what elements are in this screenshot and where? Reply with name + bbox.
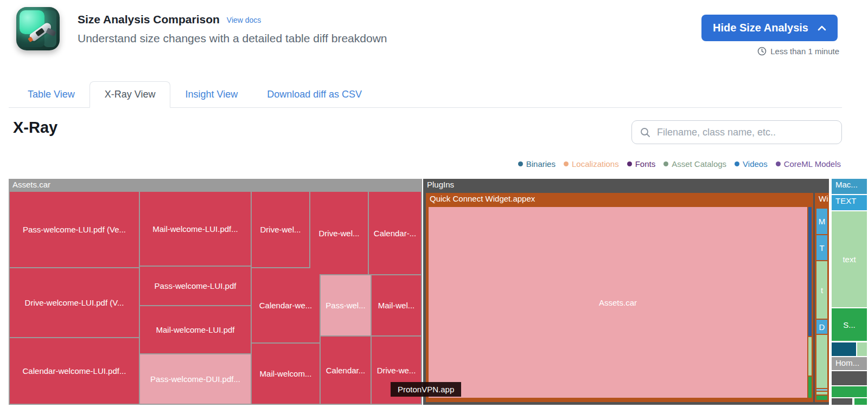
section-hom-label: Hom... xyxy=(832,357,867,368)
legend-item-fonts[interactable]: Fonts xyxy=(627,159,656,169)
legend-item-asset-catalogs[interactable]: Asset Catalogs xyxy=(663,159,726,169)
tile-lightgreen-small[interactable] xyxy=(857,342,867,356)
section-assets-car-label: Assets.car xyxy=(9,179,422,190)
legend-label: Asset Catalogs xyxy=(672,159,726,169)
tile-teal[interactable] xyxy=(832,342,856,356)
app-icon xyxy=(16,7,60,50)
tile-text-lower[interactable]: text xyxy=(832,211,867,307)
section-mac-label: Mac... xyxy=(832,179,867,190)
tile-strip-lightgreen[interactable] xyxy=(808,337,812,376)
tab-table-view[interactable]: Table View xyxy=(13,81,90,107)
legend-item-videos[interactable]: Videos xyxy=(735,159,768,169)
tile-pass-welcome-dui[interactable]: Pass-welcome-DUI.pdf... xyxy=(140,354,251,404)
tile-blue-line[interactable] xyxy=(816,389,827,391)
section-quick-connect-widget-label: Quick Connect Widget.appex xyxy=(426,193,813,204)
legend-item-coreml-models[interactable]: CoreML Models xyxy=(776,159,841,169)
tile-mail-welcom[interactable]: Mail-welcom... xyxy=(252,344,320,404)
tab-download-diff-as-csv[interactable]: Download diff as CSV xyxy=(252,81,376,107)
page-subtitle: Understand size changes with a detailed … xyxy=(78,32,387,45)
legend-label: Binaries xyxy=(526,159,556,169)
tile-mail-welcome-lui-2[interactable]: Mail-welcome-LUI.pdf xyxy=(140,306,251,353)
section-plugins-label: PlugIns xyxy=(423,179,829,190)
legend-dot-localizations xyxy=(564,161,569,166)
tooltip-protonvpn: ProtonVPN.app xyxy=(391,382,461,397)
tile-lightgreen-sliver[interactable] xyxy=(816,392,827,394)
tile-t-lower[interactable]: t xyxy=(816,261,827,319)
tile-m[interactable]: M xyxy=(816,209,827,234)
tile-d[interactable]: D xyxy=(816,320,827,334)
tile-drive-wel-2[interactable]: Drive-wel... xyxy=(310,192,368,274)
hide-size-analysis-button[interactable]: Hide Size Analysis xyxy=(701,15,838,41)
treemap: Assets.carPass-welcome-LUI.pdf (Ve...Dri… xyxy=(9,179,867,405)
tab-insight-view[interactable]: Insight View xyxy=(170,81,252,107)
legend-label: CoreML Models xyxy=(784,159,841,169)
legend-label: Localizations xyxy=(572,159,619,169)
tile-pass-wel-pink[interactable]: Pass-wel... xyxy=(321,275,371,335)
tile-darkgray[interactable] xyxy=(832,371,867,385)
page-title: Size Analysis Comparison xyxy=(78,13,220,26)
tile-assets-car-pink[interactable]: Assets.car xyxy=(429,207,807,398)
tile-drive-wel-1[interactable]: Drive-wel... xyxy=(252,192,309,267)
tile-text-upper[interactable]: TEXT xyxy=(832,195,867,210)
tile-green-bottom[interactable] xyxy=(816,396,827,400)
tile-calendar-top[interactable]: Calendar-... xyxy=(369,192,421,274)
duration: Less than 1 minute xyxy=(757,47,839,56)
section-wi-label: Wi xyxy=(815,193,829,204)
tab-x-ray-view[interactable]: X-Ray View xyxy=(90,81,171,108)
legend-dot-binaries xyxy=(518,161,523,166)
tile-drive-welcome-lui-v[interactable]: Drive-welcome-LUI.pdf (V... xyxy=(10,268,139,337)
tile-mail-welcome-lui-1[interactable]: Mail-welcome-LUI.pdf... xyxy=(140,192,251,266)
tile-t-upper[interactable]: T xyxy=(816,235,827,260)
search-input[interactable] xyxy=(656,126,833,139)
chevron-up-icon xyxy=(818,25,826,31)
legend-dot-videos xyxy=(735,161,739,166)
tile-darkgray-2[interactable] xyxy=(832,398,852,405)
legend-label: Videos xyxy=(743,159,768,169)
xray-heading: X-Ray xyxy=(13,119,58,137)
legend-label: Fonts xyxy=(635,159,656,169)
tile-lightgreen-tall[interactable] xyxy=(816,335,827,388)
tile-pass-welcome-lui-ve[interactable]: Pass-welcome-LUI.pdf (Ve... xyxy=(10,192,139,267)
legend-item-binaries[interactable]: Binaries xyxy=(518,159,556,169)
section-mac[interactable]: Mac... xyxy=(832,179,867,194)
legend-dot-fonts xyxy=(627,161,632,166)
hide-size-analysis-label: Hide Size Analysis xyxy=(713,22,808,34)
tile-strip-blue[interactable] xyxy=(808,207,812,336)
legend-dot-asset-catalogs xyxy=(663,161,668,166)
tile-pass-welcome-lui[interactable]: Pass-welcome-LUI.pdf xyxy=(140,267,251,305)
treemap-legend: BinariesLocalizationsFontsAsset Catalogs… xyxy=(518,159,841,169)
view-docs-link[interactable]: View docs xyxy=(227,16,261,24)
duration-text: Less than 1 minute xyxy=(770,47,839,56)
tile-s[interactable]: S... xyxy=(832,308,867,341)
tile-green-2[interactable] xyxy=(832,386,867,397)
clock-icon xyxy=(757,47,767,56)
tile-calendar-bottom[interactable]: Calendar... xyxy=(321,337,371,404)
legend-item-localizations[interactable]: Localizations xyxy=(564,159,619,169)
tab-bar: Table ViewX-Ray ViewInsight ViewDownload… xyxy=(9,81,842,108)
tile-calendar-we[interactable]: Calendar-we... xyxy=(252,268,320,342)
search-icon xyxy=(640,127,650,138)
tile-mail-wel[interactable]: Mail-wel... xyxy=(372,275,421,335)
tile-strip-green[interactable] xyxy=(808,377,812,398)
header-text: Size Analysis Comparison View docs Under… xyxy=(78,13,387,45)
search-box[interactable] xyxy=(631,120,842,144)
tile-green-3[interactable] xyxy=(854,398,867,405)
section-hom[interactable]: Hom... xyxy=(832,357,867,370)
legend-dot-coreml-models xyxy=(776,161,781,166)
tile-calendar-welcome-lui[interactable]: Calendar-welcome-LUI.pdf... xyxy=(10,338,139,404)
tile-text-upper-label: TEXT xyxy=(832,195,867,206)
